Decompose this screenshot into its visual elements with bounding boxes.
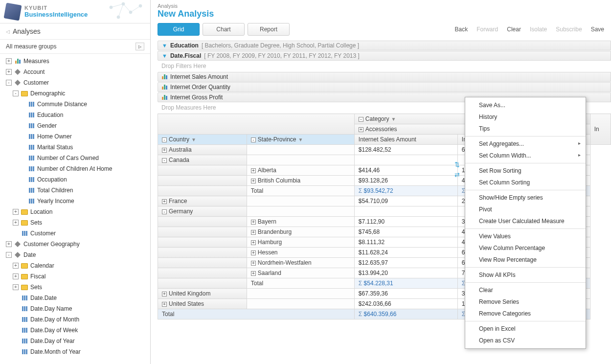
tree-node[interactable]: +Location <box>0 206 150 217</box>
tree-node[interactable]: Date.Day of Year <box>0 336 150 346</box>
tree-node[interactable]: +Measures <box>0 56 150 67</box>
expander-icon[interactable]: + <box>6 58 12 64</box>
country-cell[interactable]: -Germany <box>158 206 247 217</box>
menu-item[interactable]: View Column Percentage <box>465 242 586 254</box>
expander-icon[interactable]: - <box>6 80 12 86</box>
expander-icon[interactable]: - <box>6 252 12 258</box>
tree-node[interactable]: Date.Month of Year <box>0 346 150 357</box>
expander-icon[interactable]: + <box>13 284 19 290</box>
tree-node[interactable]: -Demographic <box>0 88 150 99</box>
cube-tree: +Measures+Account-Customer-DemographicCo… <box>0 54 150 364</box>
menu-item[interactable]: Pivot <box>465 204 586 215</box>
menu-item[interactable]: Set Row Sorting <box>465 165 586 177</box>
state-cell[interactable]: +Brandenburg <box>247 227 354 237</box>
state-cell[interactable]: +Hamburg <box>247 237 354 248</box>
menu-item[interactable]: Open as CSV <box>465 335 586 346</box>
sidebar-title[interactable]: ◁ Analyses <box>0 23 150 40</box>
tree-node[interactable]: Date.Day of Month <box>0 314 150 325</box>
cell: $13.994,20 <box>354 268 457 278</box>
measure-chip[interactable]: Internet Sales Amount <box>158 72 611 82</box>
country-cell[interactable]: +France <box>158 196 247 206</box>
drop-filters-zone[interactable]: Drop Filters Here <box>158 61 611 71</box>
tree-node[interactable]: +Fiscal <box>0 271 150 282</box>
tree-node[interactable]: Number of Children At Home <box>0 163 150 174</box>
expander-icon[interactable]: - <box>13 91 19 96</box>
tab-report[interactable]: Report <box>248 23 290 36</box>
measure-chip[interactable]: Internet Order Quantity <box>158 82 611 92</box>
tree-node[interactable]: Date.Day Name <box>0 303 150 314</box>
tree-node[interactable]: +Sets <box>0 282 150 293</box>
tree-node[interactable]: Yearly Income <box>0 196 150 206</box>
sort-col-icon: ⇄ <box>454 171 460 179</box>
tree-label: Number of Children At Home <box>37 164 112 173</box>
cell: $54.710,09 <box>354 196 457 206</box>
tab-chart[interactable]: Chart <box>203 23 245 36</box>
tree-node[interactable]: Customer <box>0 228 150 239</box>
tree-node[interactable]: Commute Distance <box>0 99 150 110</box>
country-cell[interactable]: +United States <box>158 299 247 309</box>
tree-node[interactable]: Occupation <box>0 174 150 185</box>
tree-node[interactable]: Marital Status <box>0 142 150 153</box>
state-cell[interactable]: +Saarland <box>247 268 354 278</box>
tree-node[interactable]: Home Owner <box>0 131 150 142</box>
menu-separator <box>465 267 586 268</box>
tree-node[interactable]: +Calendar <box>0 260 150 271</box>
measure-col-header[interactable]: Internet Sales Amount <box>354 135 457 145</box>
menu-item[interactable]: Show All KPIs <box>465 269 586 281</box>
menu-item[interactable]: Clear <box>465 284 586 296</box>
menu-item[interactable]: Save As... <box>465 99 586 111</box>
tree-node[interactable]: -Date <box>0 250 150 260</box>
menu-item[interactable]: Show/Hide Empty series <box>465 192 586 204</box>
state-cell[interactable]: +Hessen <box>247 248 354 258</box>
tab-grid[interactable]: Grid <box>158 23 200 36</box>
state-cell[interactable]: +British Columbia <box>247 176 354 186</box>
back-button[interactable]: Back <box>455 26 468 33</box>
menu-item[interactable]: History <box>465 111 586 123</box>
menu-item[interactable]: Set Aggregates... <box>465 138 586 150</box>
filter-chip[interactable]: ▼Date.Fiscal[ FY 2008, FY 2009, FY 2010,… <box>158 51 611 61</box>
dimension-icon <box>14 79 22 86</box>
tree-label: Customer <box>30 229 56 238</box>
country-header[interactable]: -Country▼ <box>158 135 247 145</box>
save-button[interactable]: Save <box>591 26 604 33</box>
expander-icon[interactable]: + <box>13 263 19 269</box>
menu-item[interactable]: Create User Calculated Measure <box>465 215 586 227</box>
state-cell <box>247 206 354 217</box>
tree-node[interactable]: +Customer Geography <box>0 239 150 250</box>
menu-item[interactable]: Set Column Sorting <box>465 177 586 188</box>
menu-item[interactable]: Remove Categories <box>465 308 586 319</box>
measure-groups-selector[interactable]: All measure groups ▷ <box>0 40 150 54</box>
menu-item[interactable]: View Row Percentage <box>465 254 586 266</box>
menu-item[interactable]: View Values <box>465 230 586 242</box>
expander-icon[interactable]: + <box>13 220 19 226</box>
expander-icon[interactable]: + <box>13 273 19 279</box>
expander-icon[interactable]: + <box>6 69 12 75</box>
expander-icon[interactable]: + <box>13 209 19 215</box>
tree-node[interactable]: Date.Day of Week <box>0 325 150 336</box>
tree-node[interactable]: Number of Cars Owned <box>0 153 150 163</box>
attribute-icon <box>27 112 35 118</box>
tree-node[interactable]: +Account <box>0 67 150 77</box>
country-cell[interactable]: -Canada <box>158 155 247 165</box>
country-cell[interactable]: +Australia <box>158 145 247 155</box>
expander-icon[interactable]: + <box>6 241 12 247</box>
dropdown-icon[interactable]: ▷ <box>136 43 144 50</box>
menu-item[interactable]: Open in Excel <box>465 323 586 335</box>
tree-node[interactable]: Date.Date <box>0 293 150 303</box>
state-cell[interactable]: +Nordrhein-Westfalen <box>247 258 354 268</box>
logo-network-icon <box>101 0 150 23</box>
menu-item[interactable]: Remove Series <box>465 296 586 308</box>
tree-node[interactable]: Total Children <box>0 185 150 196</box>
filter-chip[interactable]: ▼Education[ Bachelors, Graduate Degree, … <box>158 41 611 50</box>
state-header[interactable]: -State-Province▼ <box>247 135 354 145</box>
tree-node[interactable]: Education <box>0 110 150 120</box>
tree-node[interactable]: Gender <box>0 120 150 131</box>
state-cell[interactable]: +Alberta <box>247 165 354 176</box>
menu-item[interactable]: Set Column Width... <box>465 150 586 161</box>
clear-button[interactable]: Clear <box>507 26 521 33</box>
tree-node[interactable]: +Sets <box>0 217 150 228</box>
tree-node[interactable]: -Customer <box>0 77 150 88</box>
country-cell[interactable]: +United Kingdom <box>158 289 247 299</box>
menu-item[interactable]: Tips <box>465 123 586 135</box>
state-cell[interactable]: +Bayern <box>247 217 354 227</box>
